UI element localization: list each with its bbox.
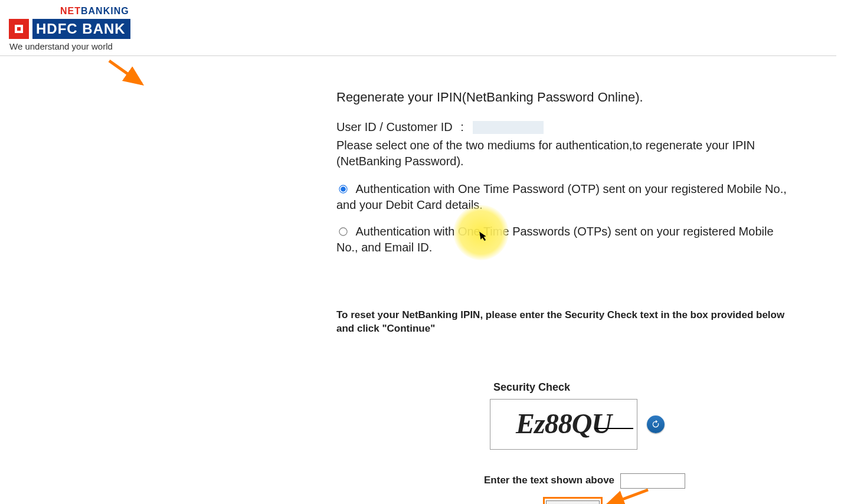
security-check-title: Security Check bbox=[493, 380, 797, 394]
main-content: Regenerate your IPIN(NetBanking Password… bbox=[336, 89, 797, 504]
auth-option-otp-debit[interactable]: Authentication with One Time Password (O… bbox=[336, 181, 797, 213]
bank-tagline: We understand your world bbox=[9, 41, 130, 51]
security-note: To reset your NetBanking IPIN, please en… bbox=[336, 309, 797, 336]
refresh-captcha-button[interactable] bbox=[647, 415, 665, 433]
arrow-icon bbox=[106, 58, 153, 95]
svg-line-1 bbox=[607, 490, 648, 504]
netbanking-net-text: NET bbox=[60, 6, 81, 16]
auth-option-label: Authentication with One Time Passwords (… bbox=[336, 225, 774, 254]
page-title: Regenerate your IPIN(NetBanking Password… bbox=[336, 89, 797, 106]
netbanking-label: NETBANKING bbox=[9, 6, 130, 17]
netbanking-banking-text: BANKING bbox=[81, 6, 129, 16]
bank-name: HDFC BANK bbox=[32, 19, 130, 39]
svg-line-0 bbox=[109, 61, 142, 84]
auth-instruction: Please select one of the two mediums for… bbox=[336, 138, 797, 169]
userid-colon: : bbox=[456, 119, 470, 135]
userid-row: User ID / Customer ID : bbox=[336, 119, 797, 135]
bank-logo-icon bbox=[9, 19, 29, 39]
bank-logo: NETBANKING HDFC BANK We understand your … bbox=[9, 6, 130, 51]
userid-label: User ID / Customer ID bbox=[336, 119, 453, 135]
continue-highlight-box: Continue bbox=[543, 497, 603, 504]
auth-option-otp-email[interactable]: Authentication with One Time Passwords (… bbox=[336, 224, 797, 256]
header: NETBANKING HDFC BANK We understand your … bbox=[0, 0, 836, 56]
captcha-enter-label: Enter the text shown above bbox=[484, 474, 614, 487]
auth-radio-otp-debit[interactable] bbox=[339, 185, 347, 193]
auth-radio-otp-email[interactable] bbox=[339, 227, 347, 235]
captcha-input[interactable] bbox=[620, 473, 685, 489]
security-check-block: Security Check Ez88QU Enter the text bbox=[490, 380, 797, 504]
auth-option-label: Authentication with One Time Password (O… bbox=[336, 182, 787, 211]
arrow-icon bbox=[602, 486, 655, 504]
captcha-image: Ez88QU bbox=[490, 399, 637, 450]
refresh-icon bbox=[651, 420, 660, 429]
continue-button[interactable]: Continue bbox=[546, 500, 600, 504]
userid-value bbox=[473, 121, 544, 134]
